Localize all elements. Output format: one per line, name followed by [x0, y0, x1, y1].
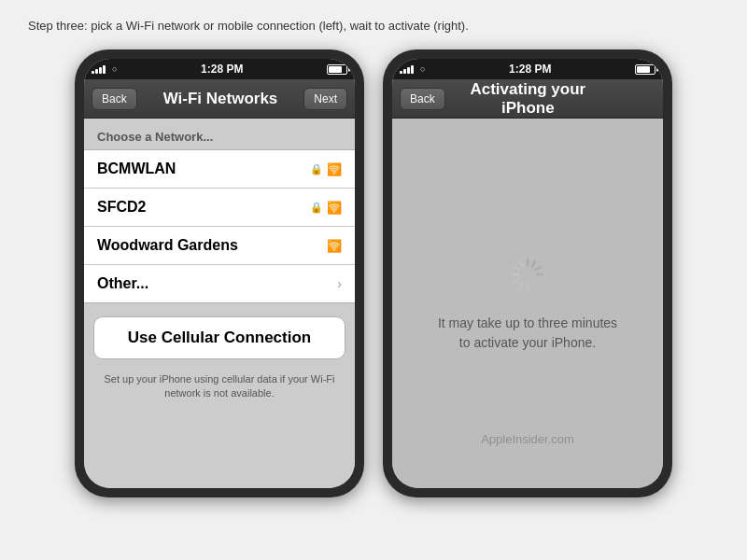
- phones-row: ○ 1:28 PM Back Wi-Fi Networks Next: [75, 49, 672, 497]
- network-item-sfcd2[interactable]: SFCD2 🔒 🛜: [84, 189, 355, 227]
- loading-spinner: [507, 254, 548, 295]
- battery-icon-left: [327, 64, 347, 75]
- lock-icon: 🔒: [310, 202, 323, 214]
- phone-left: ○ 1:28 PM Back Wi-Fi Networks Next: [75, 49, 364, 497]
- wifi-signal-icon: 🛜: [327, 239, 342, 253]
- chevron-right-icon: ›: [337, 276, 342, 291]
- status-bar-left: ○ 1:28 PM: [84, 59, 355, 79]
- activation-text: It may take up to three minutes to activ…: [438, 314, 617, 353]
- signal-bars: [92, 65, 106, 74]
- back-button-left[interactable]: Back: [92, 88, 137, 110]
- network-icons: ›: [337, 276, 342, 291]
- network-name: BCMWLAN: [97, 161, 310, 177]
- wifi-status-icon: ○: [112, 64, 117, 74]
- status-left: ○: [92, 64, 117, 74]
- caption: Step three: pick a Wi-Fi network or mobi…: [28, 19, 719, 33]
- phone-right: ○ 1:28 PM Back Activating your iPhone: [383, 49, 672, 497]
- status-right-left: [327, 64, 347, 75]
- wifi-status-icon-right: ○: [420, 64, 425, 74]
- activation-content: It may take up to three minutes to activ…: [392, 119, 663, 488]
- status-time-right: 1:28 PM: [509, 63, 551, 76]
- wifi-networks-title: Wi-Fi Networks: [137, 90, 304, 108]
- phone-right-screen: ○ 1:28 PM Back Activating your iPhone: [392, 59, 663, 488]
- use-cellular-button[interactable]: Use Cellular Connection: [93, 316, 345, 359]
- battery-fill: [329, 66, 342, 73]
- battery-icon-right: [635, 64, 655, 75]
- back-button-right[interactable]: Back: [400, 88, 445, 110]
- network-item-woodward[interactable]: Woodward Gardens 🛜: [84, 227, 355, 265]
- status-right-right: [635, 64, 655, 75]
- activating-title: Activating your iPhone: [445, 80, 611, 118]
- cellular-btn-wrap: Use Cellular Connection: [84, 303, 355, 365]
- svg-line-10: [514, 267, 519, 270]
- svg-line-2: [536, 267, 541, 270]
- network-icons: 🛜: [327, 239, 342, 253]
- status-left-right: ○: [400, 64, 425, 74]
- network-list: BCMWLAN 🔒 🛜 SFCD2 🔒 🛜: [84, 149, 355, 303]
- network-item-other[interactable]: Other... ›: [84, 265, 355, 302]
- svg-line-1: [532, 261, 535, 266]
- svg-line-7: [520, 283, 523, 287]
- nav-bar-left: Back Wi-Fi Networks Next: [84, 79, 355, 119]
- page-wrapper: Step three: pick a Wi-Fi network or mobi…: [0, 0, 747, 560]
- svg-line-5: [532, 283, 535, 287]
- nav-bar-right: Back Activating your iPhone: [392, 79, 663, 119]
- battery-fill-right: [637, 66, 650, 73]
- choose-network-label: Choose a Network...: [84, 119, 355, 149]
- network-icons: 🔒 🛜: [310, 162, 342, 176]
- network-name: Woodward Gardens: [97, 237, 327, 254]
- next-button[interactable]: Next: [303, 88, 347, 110]
- wifi-signal-icon: 🛜: [327, 162, 342, 176]
- network-name: Other...: [97, 275, 337, 292]
- status-time-left: 1:28 PM: [201, 63, 243, 76]
- svg-line-11: [520, 261, 523, 266]
- network-icons: 🔒 🛜: [310, 201, 342, 215]
- wifi-content: Choose a Network... BCMWLAN 🔒 🛜 SFCD2: [84, 119, 355, 488]
- svg-line-8: [514, 279, 519, 282]
- svg-line-4: [536, 279, 541, 282]
- signal-bars-right: [400, 65, 414, 74]
- cellular-desc: Set up your iPhone using cellular data i…: [84, 365, 355, 401]
- status-bar-right: ○ 1:28 PM: [392, 59, 663, 79]
- wifi-signal-icon: 🛜: [327, 201, 342, 215]
- lock-icon: 🔒: [310, 163, 323, 175]
- phone-left-screen: ○ 1:28 PM Back Wi-Fi Networks Next: [84, 59, 355, 488]
- network-item-bcmwlan[interactable]: BCMWLAN 🔒 🛜: [84, 150, 355, 189]
- network-name: SFCD2: [97, 199, 310, 216]
